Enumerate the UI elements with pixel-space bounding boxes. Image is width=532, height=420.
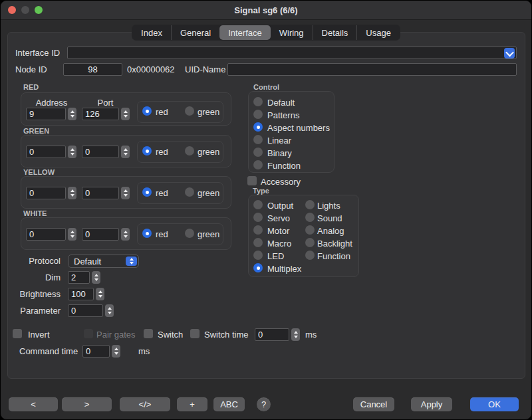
stepper-down-icon [70,235,74,238]
stepper-up-icon [70,189,74,192]
green-port-stepper[interactable] [121,146,130,158]
node-id-label: Node ID [15,64,47,74]
green-red-radio[interactable] [142,146,152,156]
prev-button[interactable]: < [9,397,58,411]
control-radio-default-label: Default [267,98,295,108]
green-address-stepper[interactable] [68,146,76,158]
green-green-radio[interactable] [185,146,194,156]
zoom-button[interactable] [35,6,43,14]
title-bar[interactable]: Signal sg6 (6/6) [1,1,531,20]
yellow-red-radio-label: red [156,188,168,198]
control-radio-patterns[interactable] [253,110,263,119]
add-button[interactable]: + [177,397,207,411]
interface-id-combobox[interactable] [67,47,517,59]
red-address-stepper[interactable] [68,108,76,120]
interface-id-dropdown-button[interactable] [504,48,515,58]
red-port-stepper[interactable] [121,108,130,120]
yellow-red-radio[interactable] [142,187,152,197]
invert-checkbox[interactable] [13,329,22,338]
protocol-popup[interactable]: Default [68,255,139,268]
control-radio-aspect-numbers[interactable] [253,122,263,132]
type-radio-lights-label: Lights [317,201,340,211]
type-group-label: Type [253,187,269,195]
type-radio-analog[interactable] [305,225,315,235]
parameter-field[interactable] [68,304,103,317]
next-button[interactable]: > [62,397,112,411]
switch-time-stepper[interactable] [291,328,300,341]
accessory-checkbox[interactable] [247,176,257,185]
yellow-green-radio-label: green [198,188,219,198]
yellow-address-stepper[interactable] [68,187,76,199]
switch-time-field[interactable] [255,328,289,341]
yellow-green-radio[interactable] [185,187,194,197]
white-port-field[interactable] [82,228,119,241]
help-button[interactable]: ? [257,397,271,411]
stepper-up-icon [124,231,128,233]
switch-time-label: Switch time [204,330,248,340]
code-button[interactable]: </> [120,397,170,411]
command-time-stepper[interactable] [112,345,120,358]
switch-label: Switch [158,330,183,340]
white-address-stepper[interactable] [68,228,76,241]
green-port-field[interactable] [82,146,119,158]
type-radio-led[interactable] [253,251,263,260]
type-radio-backlight[interactable] [305,238,315,247]
ok-button[interactable]: OK [470,397,519,411]
tab-wiring[interactable]: Wiring [271,25,313,40]
type-radio-sound[interactable] [305,213,315,222]
tab-details[interactable]: Details [313,25,357,40]
yellow-port-stepper[interactable] [121,187,130,199]
yellow-port-field[interactable] [82,187,119,199]
command-time-field[interactable] [82,345,110,358]
close-button[interactable] [8,6,16,14]
type-radio-multiplex-label: Multiplex [267,264,301,274]
stepper-down-icon [70,153,74,156]
type-radio-motor[interactable] [253,225,263,235]
tab-general[interactable]: General [171,25,219,40]
type-radio-multiplex[interactable] [253,263,263,272]
green-address-field[interactable] [26,146,66,158]
switch-time-checkbox[interactable] [190,329,200,338]
port-header: Port [82,98,129,108]
uid-name-label: UID-Name [185,64,225,74]
yellow-address-field[interactable] [26,187,66,199]
protocol-value: Default [74,257,101,266]
control-radio-binary[interactable] [253,148,263,157]
white-port-stepper[interactable] [121,228,130,241]
red-address-field[interactable] [26,108,66,120]
apply-button[interactable]: Apply [411,397,452,411]
type-radio-sound-label: Sound [317,213,342,223]
dim-stepper[interactable] [92,271,100,284]
white-green-radio[interactable] [185,229,194,238]
red-port-field[interactable] [82,108,119,120]
control-radio-function[interactable] [253,160,263,169]
tab-interface[interactable]: Interface [219,25,271,40]
type-radio-output[interactable] [253,200,263,209]
brightness-stepper[interactable] [96,288,104,300]
minimize-button[interactable] [21,6,29,14]
uid-name-field[interactable] [227,63,517,76]
brightness-field[interactable] [68,288,94,300]
white-address-field[interactable] [26,228,66,241]
accessory-label: Accessory [261,177,301,187]
cancel-button[interactable]: Cancel [353,397,394,411]
control-radio-linear[interactable] [253,135,263,144]
tab-usage[interactable]: Usage [356,25,400,40]
red-red-radio[interactable] [142,106,152,116]
type-radio-servo[interactable] [253,213,263,222]
parameter-stepper[interactable] [105,304,114,317]
red-green-radio[interactable] [185,106,194,116]
type-radio-macro[interactable] [253,238,263,247]
abc-button[interactable]: ABC [213,397,245,411]
dim-field[interactable] [68,271,90,284]
type-radio-motor-label: Motor [267,226,289,236]
tab-index[interactable]: Index [132,25,171,40]
stepper-down-icon [124,153,128,156]
node-id-field[interactable] [63,63,122,76]
control-radio-binary-label: Binary [267,148,292,158]
type-radio-lights[interactable] [305,200,315,209]
control-radio-default[interactable] [253,97,263,106]
type-radio-function[interactable] [305,251,315,260]
switch-checkbox[interactable] [144,329,153,338]
white-red-radio[interactable] [142,229,152,238]
